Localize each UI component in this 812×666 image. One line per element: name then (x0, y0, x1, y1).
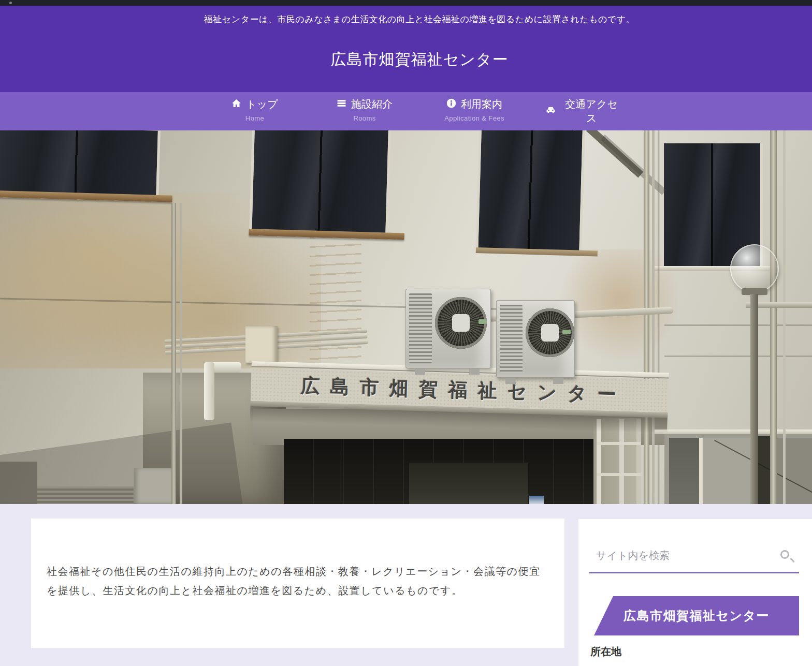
ac-label (479, 319, 487, 324)
ac-outdoor-unit (496, 300, 575, 378)
sidebar-banner[interactable]: 広島市畑賀福祉センター (594, 596, 799, 635)
junction-box (245, 326, 278, 363)
ac-foot (415, 368, 425, 375)
sidebar-heading-location: 所在地 (590, 645, 621, 659)
drain-pipe (770, 130, 777, 504)
intro-text: 社会福祉その他住民の生活の維持向上のための各種相談・教養・レクリエーション・会議… (47, 562, 549, 600)
drain-pipe (171, 203, 176, 504)
search-underline (589, 572, 799, 573)
main-navigation: トップ Home 施設紹介 Rooms 利用案内 Application & F… (0, 92, 812, 130)
street-lamp-pole (750, 294, 758, 504)
lower-window-glass (775, 438, 812, 504)
car-icon (546, 105, 556, 117)
search-input[interactable] (596, 545, 767, 566)
search-icon[interactable] (780, 550, 796, 566)
site-title: 広島市畑賀福祉センター (13, 49, 812, 70)
nav-label: 施設紹介 (351, 97, 393, 111)
ac-foot (553, 378, 563, 384)
nav-label: 交通アクセス (560, 97, 622, 125)
entrance-interior (409, 463, 528, 504)
wall-groove (664, 356, 812, 357)
ac-fan-hub (541, 324, 559, 342)
intro-line-1: 社会福祉その他住民の生活の維持向上のための各種相談・教養・レクリエーション・会議… (47, 566, 541, 577)
nav-sublabel: Application & Fees (436, 114, 513, 122)
sidebar: 広島市畑賀福祉センター 所在地 (578, 519, 812, 666)
lower-window-mullion (699, 438, 703, 504)
site-header: 福祉センターは、市民のみなさまの生活文化の向上と社会福祉の増進を図るために設置さ… (0, 6, 812, 92)
drain-pipe (652, 130, 655, 504)
upper-window (0, 130, 161, 197)
upper-window (249, 130, 391, 234)
lower-window-glass (703, 438, 750, 504)
intro-card: 社会福祉その他住民の生活の維持向上のための各種相談・教養・レクリエーション・会議… (31, 519, 564, 648)
ac-vent (409, 293, 432, 363)
site-tagline: 福祉センターは、市民のみなさまの生活文化の向上と社会福祉の増進を図るために設置さ… (13, 13, 812, 25)
intro-line-2: を提供し、生活文化の向上と社会福祉の増進を図るため、設置しているものです。 (47, 585, 462, 596)
list-icon (337, 98, 346, 111)
support-rung (597, 442, 641, 445)
home-icon (231, 98, 241, 111)
hero-building-photo: 広島市畑賀福祉センター (0, 130, 812, 504)
nav-label: 利用案内 (461, 97, 502, 111)
entrance-plaque (529, 496, 544, 504)
ac-vent (500, 305, 523, 373)
support-rung (597, 473, 641, 476)
lower-window-rail (654, 430, 812, 434)
ac-foot (505, 378, 516, 384)
chrome-dot (9, 2, 12, 4)
entrance-canopy: 広島市畑賀福祉センター (250, 361, 669, 438)
drain-pipe (783, 130, 786, 504)
ac-outdoor-unit (405, 289, 491, 368)
white-elbow-pipe (204, 362, 214, 420)
top-chrome-bar (0, 0, 812, 6)
ac-label (562, 330, 571, 334)
ac-fan-hub (452, 314, 470, 332)
drain-pipe (644, 130, 649, 504)
ac-foot (469, 368, 480, 375)
wall-groove (664, 324, 812, 326)
nav-label: トップ (246, 97, 278, 111)
lower-window-glass (669, 438, 699, 504)
nav-sublabel: Home (216, 114, 293, 122)
upper-window (475, 130, 585, 253)
drain-pipe (180, 203, 182, 504)
wall-corner (658, 130, 660, 504)
street-lamp-globe (730, 244, 779, 293)
wall-drip-stain (310, 218, 361, 374)
info-icon (446, 98, 456, 111)
nav-sublabel: Rooms (326, 114, 403, 122)
